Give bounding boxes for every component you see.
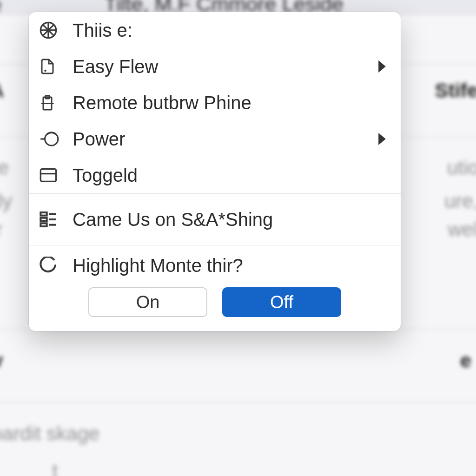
menu-item-label: Easy Flew [69, 56, 377, 77]
bg-text-rb: ure, pl [444, 190, 476, 212]
bg-heading2-left: Av [0, 350, 3, 372]
popover-section-1: Thiis e: Easy Flew [29, 12, 401, 193]
bg-text-a: ure [0, 157, 9, 179]
file-icon [39, 57, 69, 76]
menu-item-label: Came Us on S&A*Shing [69, 209, 388, 230]
chevron-right-icon [377, 133, 388, 145]
chevron-right-icon [377, 60, 388, 73]
popover-section-2: Came Us on S&A*Shing [29, 193, 401, 245]
bg-heading-right: Stife. [435, 79, 476, 102]
popover-section-3: Highlight Monte thir? On Off [29, 245, 401, 331]
toggle-on-button[interactable]: On [88, 287, 207, 317]
menu-item-label: Power [69, 129, 377, 150]
menu-item-remote[interactable]: Remote butbrw Phine [29, 85, 401, 121]
menu-item-came-us[interactable]: Came Us on S&A*Shing [29, 194, 401, 245]
bg-text-5a: epardit skage [0, 422, 99, 445]
menu-item-power[interactable]: Power [29, 121, 401, 157]
bg-text-b: ndy [0, 190, 12, 212]
list-icon [39, 210, 69, 229]
bg-text-c: hir [0, 218, 2, 241]
svg-rect-17 [40, 223, 46, 226]
svg-rect-15 [40, 212, 46, 216]
dropdown-popover: Thiis e: Easy Flew [29, 12, 401, 331]
bg-heading-left: t A [0, 79, 4, 102]
bg-text-5b: t [52, 460, 58, 476]
clipboard-icon [39, 93, 69, 112]
refresh-icon [39, 257, 69, 274]
bg-text-rc: wel th [448, 218, 476, 241]
bg-row-5: epardit skage t [0, 403, 476, 476]
toggle-off-button[interactable]: Off [222, 287, 341, 317]
bg-text-ra: ution [447, 157, 476, 179]
svg-point-5 [44, 70, 46, 72]
svg-marker-12 [378, 133, 386, 145]
menu-item-highlight-prompt: Highlight Monte thir? [29, 245, 401, 285]
svg-rect-13 [40, 169, 56, 182]
menu-item-label: Remote butbrw Phine [69, 93, 388, 113]
bg-heading2-right: e [460, 350, 471, 372]
menu-item-thiise[interactable]: Thiis e: [29, 12, 401, 48]
svg-marker-6 [378, 60, 386, 73]
window-icon [39, 167, 69, 183]
bg-row-4: Av e [0, 330, 476, 403]
power-globe-icon [39, 130, 69, 148]
menu-item-easy-flew[interactable]: Easy Flew [29, 48, 401, 85]
menu-item-toggeld[interactable]: Toggeld [29, 157, 401, 193]
menu-item-label: Thiis e: [69, 20, 388, 41]
menu-item-label: Toggeld [69, 165, 388, 186]
grid-icon [39, 21, 69, 40]
highlight-prompt-label: Highlight Monte thir? [69, 255, 388, 276]
svg-rect-16 [40, 218, 46, 221]
highlight-toggle-row: On Off [29, 285, 401, 331]
